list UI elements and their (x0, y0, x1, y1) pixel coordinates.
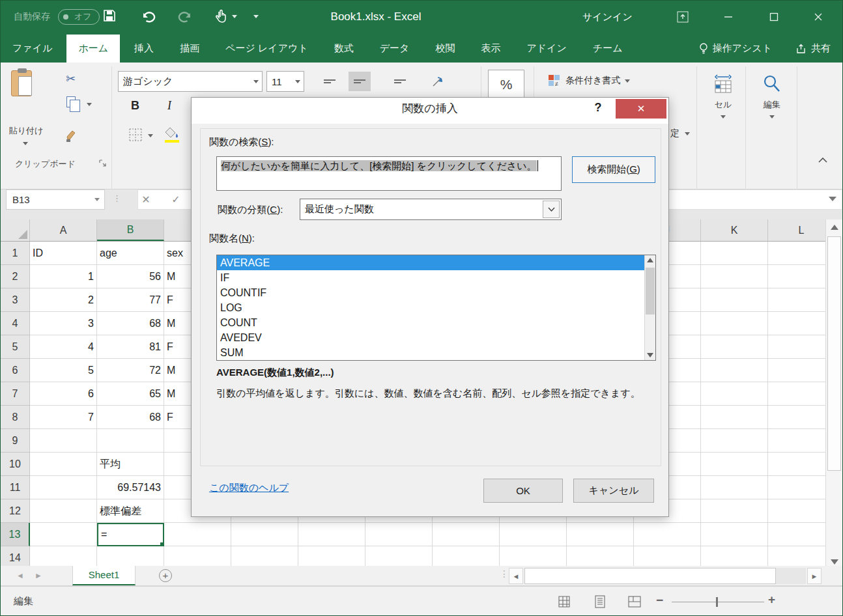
cell-A12[interactable] (30, 499, 97, 523)
cell-B14[interactable] (97, 546, 164, 566)
cell-A11[interactable] (30, 476, 97, 499)
cell-K1[interactable] (701, 242, 768, 265)
tab-review[interactable]: 校閲 (423, 35, 466, 63)
cell-J13[interactable] (634, 523, 701, 546)
cell-B5[interactable]: 81 (97, 335, 164, 359)
copy-icon[interactable] (66, 96, 76, 107)
cell-A1[interactable]: ID (30, 242, 97, 265)
sheet-nav-left-icon[interactable]: ◄ (16, 571, 24, 580)
cell-K5[interactable] (701, 335, 768, 359)
row-header-5[interactable]: 5 (1, 335, 30, 359)
dialog-close-icon[interactable]: ✕ (616, 99, 666, 119)
tab-formulas[interactable]: 数式 (322, 35, 365, 63)
cell-E14[interactable] (298, 546, 365, 566)
vertical-scroll-thumb[interactable] (827, 236, 841, 471)
scrollbar-splitter-icon[interactable]: ⋮ (500, 568, 509, 579)
function-option-average[interactable]: AVERAGE (217, 255, 655, 270)
function-search-input[interactable]: 何がしたいかを簡単に入力して、[検索開始] をクリックしてください。 (216, 156, 562, 191)
tab-view[interactable]: 表示 (469, 35, 512, 63)
ok-button[interactable]: OK (483, 479, 563, 503)
cell-F14[interactable] (365, 546, 433, 566)
share-button[interactable]: 共有 (784, 42, 842, 55)
formula-bar-expand-icon[interactable] (829, 197, 836, 201)
function-option-countif[interactable]: COUNTIF (217, 285, 655, 300)
cell-B11[interactable]: 69.57143 (97, 476, 164, 499)
clipboard-dialog-launcher-icon[interactable] (98, 159, 107, 167)
borders-icon[interactable] (128, 128, 143, 142)
bold-button[interactable]: B (131, 99, 139, 113)
column-header-B[interactable]: B (97, 219, 164, 241)
dialog-title-bar[interactable]: 関数の挿入 ? ✕ (192, 98, 668, 124)
tab-addins[interactable]: アドイン (515, 35, 578, 63)
function-option-sum[interactable]: SUM (217, 345, 655, 360)
tell-me-box[interactable]: 操作アシスト (687, 42, 784, 55)
align-middle-icon[interactable] (349, 72, 371, 91)
cell-A7[interactable]: 6 (30, 382, 97, 406)
cell-B8[interactable]: 68 (97, 406, 164, 429)
cell-A4[interactable]: 3 (30, 312, 97, 335)
editing-group-button[interactable]: 編集 (752, 70, 792, 141)
cell-E13[interactable] (298, 523, 365, 546)
sheet-nav-right-icon[interactable]: ► (35, 571, 42, 580)
function-option-count[interactable]: COUNT (217, 315, 655, 330)
cell-G14[interactable] (433, 546, 500, 566)
cell-K2[interactable] (701, 265, 768, 288)
enter-entry-icon[interactable]: ✓ (165, 189, 187, 210)
cell-B12[interactable]: 標準偏差 (97, 499, 164, 523)
row-header-2[interactable]: 2 (1, 265, 30, 288)
row-header-11[interactable]: 11 (1, 476, 30, 499)
row-header-4[interactable]: 4 (1, 312, 30, 335)
format-as-table-fragment[interactable]: 定 (670, 128, 690, 139)
cut-icon[interactable]: ✂ (66, 72, 76, 86)
column-header-K[interactable]: K (701, 219, 768, 241)
chevron-down-icon[interactable] (543, 201, 560, 218)
cell-K4[interactable] (701, 312, 768, 335)
tab-insert[interactable]: 挿入 (122, 35, 165, 63)
cell-K7[interactable] (701, 382, 768, 406)
close-icon[interactable] (807, 7, 829, 27)
cell-A10[interactable] (30, 453, 97, 476)
sheet-tab-active[interactable]: Sheet1 (72, 566, 136, 585)
normal-view-icon[interactable] (554, 593, 574, 611)
cell-C14[interactable] (164, 546, 231, 566)
row-header-12[interactable]: 12 (1, 499, 30, 523)
conditional-formatting-button[interactable]: ≠ 条件付き書式 (548, 74, 630, 87)
cell-K3[interactable] (701, 288, 768, 312)
maximize-icon[interactable] (763, 7, 785, 27)
row-header-3[interactable]: 3 (1, 288, 30, 312)
add-sheet-icon[interactable]: + (159, 569, 172, 582)
zoom-slider-handle[interactable] (716, 597, 718, 607)
page-break-view-icon[interactable] (625, 593, 644, 611)
search-start-button[interactable]: 検索開始(G) (572, 156, 655, 183)
cell-B4[interactable]: 68 (97, 312, 164, 335)
cell-K10[interactable] (701, 453, 768, 476)
function-option-if[interactable]: IF (217, 270, 655, 285)
cell-K11[interactable] (701, 476, 768, 499)
ribbon-display-options-icon[interactable] (672, 7, 694, 27)
scroll-down-icon[interactable] (831, 559, 838, 565)
tab-team[interactable]: チーム (581, 35, 635, 63)
format-painter-icon[interactable] (64, 128, 80, 143)
paste-dropdown-icon[interactable] (23, 142, 28, 145)
cell-A3[interactable]: 2 (30, 288, 97, 312)
font-size-select[interactable]: 11 (266, 71, 304, 92)
cell-C13[interactable] (164, 523, 231, 546)
name-box[interactable]: B13 (6, 189, 105, 210)
function-list[interactable]: AVERAGEIFCOUNTIFLOGCOUNTAVEDEVSUM (216, 255, 656, 361)
orientation-icon[interactable] (431, 73, 448, 90)
zoom-out-icon[interactable]: − (656, 593, 663, 608)
scroll-left-icon[interactable]: ◄ (509, 568, 523, 584)
scroll-up-icon[interactable] (647, 258, 653, 262)
cell-K12[interactable] (701, 499, 768, 523)
collapse-ribbon-icon[interactable] (818, 156, 828, 163)
cell-J14[interactable] (634, 546, 701, 566)
function-option-log[interactable]: LOG (217, 300, 655, 315)
dialog-help-icon[interactable]: ? (590, 101, 606, 115)
cell-K9[interactable] (701, 429, 768, 453)
tab-data[interactable]: データ (368, 35, 422, 63)
tab-home[interactable]: ホーム (66, 35, 120, 63)
tab-file[interactable]: ファイル (1, 35, 64, 63)
cell-D13[interactable] (231, 523, 298, 546)
fill-color-icon[interactable] (165, 126, 180, 143)
cell-A2[interactable]: 1 (30, 265, 97, 288)
